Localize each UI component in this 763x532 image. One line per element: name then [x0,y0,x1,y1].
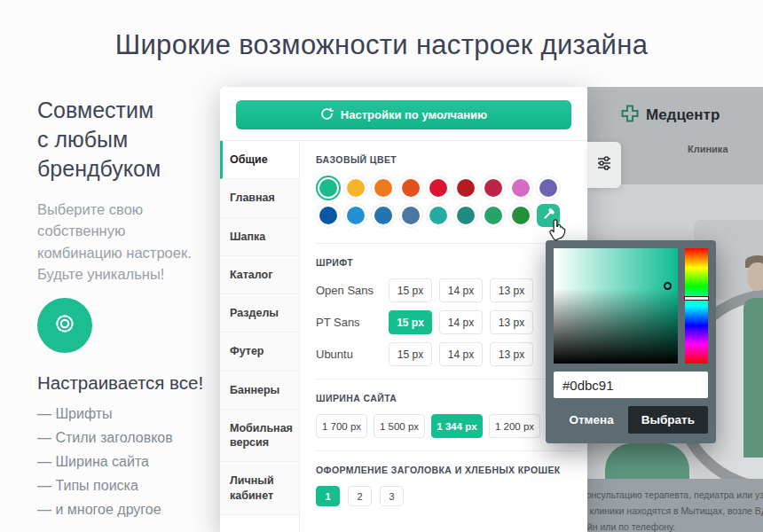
menu-item-shapka[interactable]: Шапка [220,218,299,256]
person-figure [743,298,763,458]
width-option-button[interactable]: 1 200 px [489,414,540,438]
header-style-section: ОФОРМЛЕНИЕ ЗАГОЛОВКА И ХЛЕБНЫХ КРОШЕК 1 … [316,451,580,519]
gear-icon [51,309,79,341]
color-swatch[interactable] [316,203,341,228]
saturation-value-area[interactable] [554,248,678,364]
sliders-icon [595,154,613,176]
font-row-ubuntu: Ubuntu 15 px 14 px 13 px [316,342,531,366]
menu-item-bannery[interactable]: Баннеры [220,372,299,410]
color-swatch[interactable] [481,203,506,228]
features-list: — Шрифты — Стили заголовков — Ширина сай… [37,403,224,521]
font-size-button[interactable]: 13 px [490,310,533,334]
settings-menu: Общие Главная Шапка Каталог Разделы Футе… [220,141,300,531]
choose-button[interactable]: Выбрать [628,406,708,434]
font-size-button[interactable]: 14 px [439,310,483,334]
width-option-button-selected[interactable]: 1 344 px [431,414,483,438]
font-size-button[interactable]: 13 px [490,278,533,302]
color-swatch-selected[interactable] [316,176,341,200]
site-logo: Медцентр [621,105,720,126]
color-swatch[interactable] [426,203,451,228]
font-name: Ubuntu [316,348,378,361]
color-swatch[interactable] [453,176,478,200]
menu-item-mobilnaya[interactable]: Мобильная версия [220,410,299,463]
color-swatch[interactable] [371,203,396,228]
intro-heading: Совместим с любым брендбуком [37,96,224,184]
font-label: ШРИФТ [316,257,580,268]
width-option-button[interactable]: 1 500 px [374,414,425,438]
color-swatch[interactable] [398,176,423,200]
feature-item: — и многое другое [37,498,224,522]
medical-cross-icon [621,105,639,126]
site-text-line: консультацию терапевта, педиатра или узк… [587,487,763,503]
color-swatch[interactable] [343,176,368,200]
menu-item-lichnyi-kabinet[interactable]: Личный кабинет [220,462,299,515]
header-style-button[interactable]: 2 [348,486,372,506]
features-block: Настраивается все! — Шрифты — Стили заго… [37,298,224,521]
eyedropper-icon [541,207,555,224]
color-swatch[interactable] [481,176,506,200]
feature-item: — Ширина сайта [37,450,224,474]
person-figure [747,262,763,291]
font-section: ШРИФТ Open Sans 15 px 14 px 13 px PT San… [316,244,580,379]
font-size-button-selected[interactable]: 15 px [389,310,432,334]
color-swatch[interactable] [398,203,423,228]
font-name: PT Sans [316,316,378,329]
base-color-label: БАЗОВЫЙ ЦВЕТ [316,154,580,165]
eyedropper-button[interactable] [537,204,560,227]
hex-color-input[interactable] [554,372,708,398]
site-width-section: ШИРИНА САЙТА 1 700 px 1 500 px 1 344 px … [316,379,580,451]
page: Широкие возможности настроек дизайна Сов… [0,0,763,532]
feature-item: — Стили заголовков [37,426,224,450]
site-text-block: консультацию терапевта, педиатра или узк… [587,479,763,532]
base-color-section: БАЗОВЫЙ ЦВЕТ [316,141,580,244]
hue-slider[interactable] [685,248,708,364]
font-size-button[interactable]: 13 px [490,342,533,366]
font-size-button[interactable]: 14 px [439,342,483,366]
cancel-button[interactable]: Отмена [569,413,613,426]
color-swatch[interactable] [426,176,451,200]
font-size-button[interactable]: 15 px [389,278,432,302]
intro-body: Выберите свою собственную комбинацию нас… [37,199,224,286]
menu-item-obshchie[interactable]: Общие [220,141,299,179]
site-logo-text: Медцентр [646,106,720,124]
color-swatch[interactable] [371,176,396,200]
site-nav-item[interactable]: Клиника [688,144,728,154]
font-row-pt-sans: PT Sans 15 px 14 px 13 px [316,310,531,334]
font-size-button[interactable]: 14 px [439,278,483,302]
hue-slider-handle[interactable] [684,296,709,301]
font-size-button[interactable]: 15 px [389,342,432,366]
feature-item: — Шрифты [37,403,224,426]
feature-item: — Типы поиска [37,474,224,498]
person-figure [605,443,689,479]
settings-panel: Настройки по умолчанию Общие Главная Шап… [220,87,587,532]
color-picker-dot[interactable] [664,282,672,290]
features-heading: Настраивается все! [37,372,224,394]
width-option-button[interactable]: 1 700 px [316,414,367,438]
settings-toggle-tab[interactable] [587,142,621,188]
color-swatch[interactable] [536,176,561,200]
header-style-label: ОФОРМЛЕНИЕ ЗАГОЛОВКА И ХЛЕБНЫХ КРОШЕК [316,465,580,475]
intro-block: Совместим с любым брендбуком Выберите св… [37,96,224,286]
color-swatch[interactable] [508,203,533,228]
header-style-button-selected[interactable]: 1 [316,486,340,506]
default-settings-button[interactable]: Настройки по умолчанию [236,100,571,129]
refresh-icon [320,107,334,123]
site-width-label: ШИРИНА САЙТА [316,393,580,403]
menu-item-futer[interactable]: Футер [220,332,299,371]
menu-item-razdely[interactable]: Разделы [220,294,299,332]
color-swatch[interactable] [508,176,533,200]
color-swatch[interactable] [453,203,478,228]
site-text-line: я клиники находятся в Мытищах, возле ВДН… [587,503,763,519]
color-swatch[interactable] [343,203,368,228]
font-row-open-sans: Open Sans 15 px 14 px 13 px [316,278,531,302]
menu-item-katalog[interactable]: Каталог [220,256,299,294]
site-text-line: айн или по телефону. [587,519,763,532]
color-picker-popup: Отмена Выбрать [546,240,716,443]
page-title: Широкие возможности настроек дизайна [0,29,763,61]
header-style-button[interactable]: 3 [380,486,404,506]
font-name: Open Sans [316,284,378,297]
menu-item-glavnaya[interactable]: Главная [220,179,299,217]
gear-badge [37,298,92,353]
